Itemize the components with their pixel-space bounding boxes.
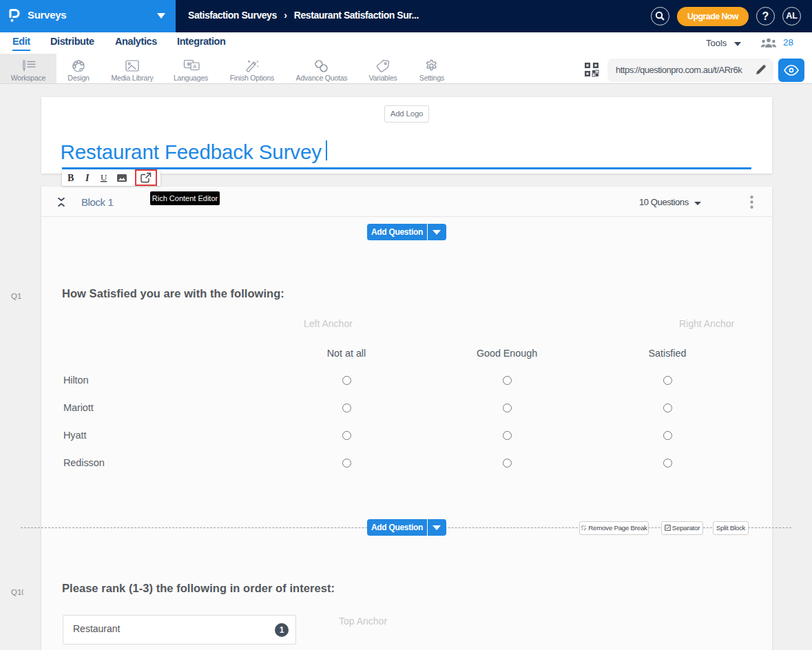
svg-text:I: I [85, 173, 90, 183]
svg-text:U: U [101, 172, 107, 182]
svg-text:A: A [193, 63, 196, 70]
svg-text:B: B [67, 173, 74, 183]
